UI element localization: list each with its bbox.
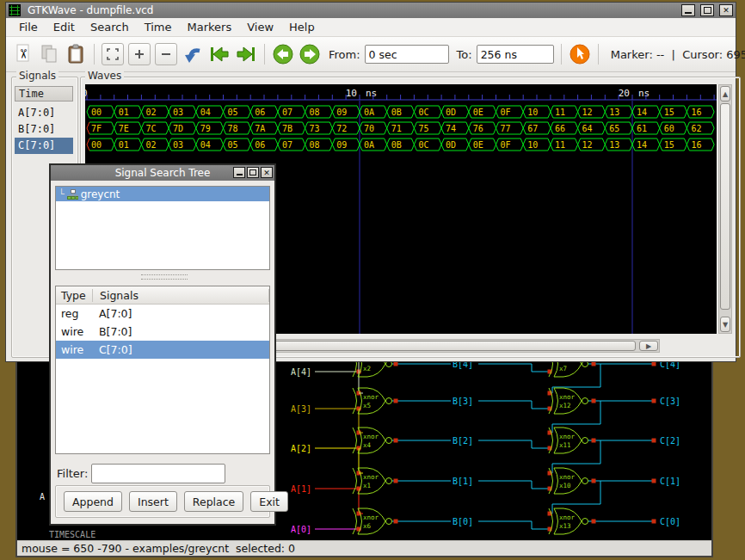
zoom-in-icon[interactable] (128, 43, 151, 65)
svg-text:7E: 7E (119, 124, 129, 133)
svg-text:x12: x12 (559, 402, 571, 409)
seek-end-icon[interactable] (235, 43, 257, 65)
svg-text:xnor: xnor (559, 433, 576, 440)
svg-text:10: 10 (527, 140, 538, 150)
vscroll-thumb[interactable] (720, 103, 730, 310)
title-bar[interactable]: GTKWave - dumpfile.vcd ✕ (6, 3, 736, 18)
to-input[interactable] (477, 45, 554, 64)
svg-text:16: 16 (691, 108, 701, 117)
paste-icon[interactable] (65, 43, 87, 65)
svg-text:10: 10 (527, 108, 538, 117)
filter-row: Filter: (57, 464, 225, 483)
dialog-close-button[interactable]: ✕ (261, 167, 273, 178)
dialog-maximize-button[interactable] (247, 167, 259, 178)
svg-text:x2: x2 (363, 365, 371, 372)
signal-item-1[interactable]: B[7:0] (15, 121, 73, 138)
xnor-gate-x13[interactable]: xnorx13 (549, 508, 588, 534)
maximize-button[interactable] (700, 4, 714, 16)
signal-search-tree-dialog: Signal Search Tree ✕ └ greycnt Type Sign… (49, 163, 276, 526)
menu-item-search[interactable]: Search (83, 19, 137, 35)
dialog-title-bar[interactable]: Signal Search Tree ✕ (51, 165, 274, 181)
zoom-out-icon[interactable] (155, 43, 177, 65)
xnor-gate-x11[interactable]: xnorx11 (549, 428, 588, 453)
minimize-button[interactable] (681, 4, 695, 16)
table-row-0[interactable]: reg A[7:0] (56, 305, 269, 323)
menu-item-file[interactable]: File (11, 19, 46, 35)
svg-text:09: 09 (336, 140, 347, 150)
partial-net-label: A (40, 492, 45, 502)
net-label-C[2]: C[2] (660, 436, 680, 446)
svg-text:✂: ✂ (15, 49, 31, 60)
from-label: From: (329, 48, 360, 61)
signal-item-2[interactable]: C[7:0] (15, 138, 73, 154)
svg-text:61: 61 (637, 124, 647, 133)
table-row-2[interactable]: wire C[7:0] (56, 341, 269, 359)
xnor-gate-x12[interactable]: xnorx12 (549, 388, 588, 414)
menu-item-help[interactable]: Help (281, 19, 323, 35)
cut-icon[interactable]: ✂ (11, 43, 34, 65)
zoom-fit-icon[interactable] (102, 43, 124, 65)
xnor-gate-x10[interactable]: xnorx10 (549, 468, 588, 494)
seek-start-icon[interactable] (208, 43, 231, 65)
svg-text:0D: 0D (446, 140, 456, 150)
net-label-C[4]: C[4] (660, 362, 680, 369)
forward-icon[interactable] (299, 43, 321, 65)
menu-item-edit[interactable]: Edit (46, 19, 83, 35)
svg-text:0E: 0E (473, 108, 483, 117)
svg-text:11: 11 (555, 108, 565, 117)
scroll-down-button[interactable]: ▼ (720, 317, 730, 332)
svg-text:0E: 0E (473, 140, 483, 150)
scroll-up-button[interactable]: ▲ (720, 86, 730, 102)
menu-item-time[interactable]: Time (137, 19, 180, 35)
signal-item-0[interactable]: A[7:0] (15, 105, 73, 121)
ruler-mark: 10 (346, 88, 357, 99)
svg-text:15: 15 (664, 140, 674, 150)
svg-text:0C: 0C (418, 140, 428, 150)
menu-bar: FileEditSearchTimeMarkersViewHelp (6, 18, 736, 37)
replace-button[interactable]: Replace (184, 491, 243, 512)
waves-vertical-scrollbar[interactable]: ▲ ▼ (718, 84, 732, 334)
tree-item-greycnt[interactable]: └ greycnt (56, 187, 269, 201)
filter-input[interactable] (91, 464, 225, 483)
insert-button[interactable]: Insert (129, 491, 177, 512)
append-button[interactable]: Append (64, 491, 122, 512)
svg-text:xnor: xnor (559, 514, 576, 521)
table-header[interactable]: Type Signals (56, 286, 269, 305)
type-column-header[interactable]: Type (56, 289, 93, 302)
pane-splitter[interactable] (141, 274, 188, 280)
exit-button[interactable]: Exit (250, 491, 288, 512)
svg-text:xnor: xnor (559, 393, 576, 401)
svg-text:64: 64 (582, 124, 593, 133)
back-icon[interactable] (272, 43, 294, 65)
reload-icon[interactable] (569, 43, 591, 65)
net-label-B[1]: B[1] (453, 477, 473, 486)
scroll-right-button[interactable]: ▶ (639, 341, 658, 351)
dialog-minimize-button[interactable] (233, 167, 245, 178)
net-label-A[2]: A[2] (291, 444, 311, 453)
zoom-undo-icon[interactable] (182, 43, 204, 65)
signals-column-header[interactable]: Signals (93, 289, 269, 302)
close-button[interactable]: ✕ (719, 4, 733, 16)
copy-icon[interactable] (38, 43, 60, 65)
menu-item-markers[interactable]: Markers (179, 19, 239, 35)
svg-text:x4: x4 (363, 441, 372, 449)
time-header-button[interactable]: Time (15, 86, 73, 102)
wave-row-0[interactable]: 000102030405060708090A0B0C0D0E0F10111213… (87, 106, 714, 118)
from-input[interactable] (365, 45, 449, 64)
svg-text:x6: x6 (363, 522, 372, 530)
schematic-status-bar: mouse = 650 -790 - examples/greycnt sele… (17, 540, 711, 556)
svg-text:70: 70 (364, 124, 374, 133)
table-row-1[interactable]: wire B[7:0] (56, 323, 269, 341)
svg-text:08: 08 (310, 140, 320, 150)
xnor-gate-x7[interactable]: xnorx7 (549, 362, 588, 377)
svg-text:0B: 0B (391, 140, 402, 150)
wave-row-1[interactable]: 7F7E7C7D79787A7B737270717574767767666465… (87, 122, 714, 134)
svg-text:0B: 0B (391, 108, 402, 117)
svg-text:76: 76 (473, 124, 483, 133)
tree-item-label: greycnt (81, 188, 120, 200)
wave-row-2[interactable]: 000102030405060708090A0B0C0D0E0F10111213… (87, 138, 714, 151)
menu-item-view[interactable]: View (239, 19, 281, 35)
svg-text:x5: x5 (363, 402, 371, 409)
net-label-B[4]: B[4] (453, 362, 473, 369)
svg-text:0A: 0A (364, 108, 374, 117)
